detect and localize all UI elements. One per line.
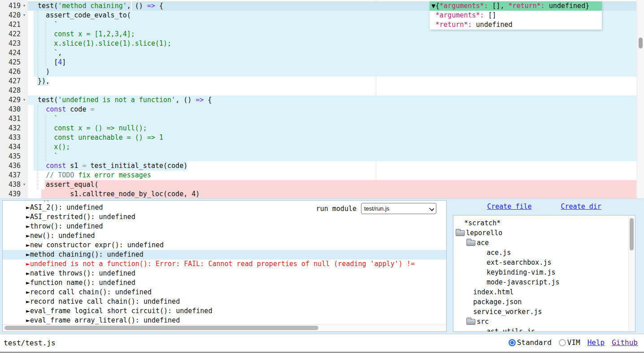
file-tree: *scratch*leporelloaceace.jsext-searchbox… — [453, 218, 635, 332]
tooltip-entry[interactable]: *return*: undefined — [430, 20, 602, 30]
tree-folder[interactable]: leporello — [453, 228, 635, 238]
code-editor[interactable]: test('method chaining', () => { assert_c… — [0, 0, 644, 199]
code-token — [30, 133, 54, 142]
test-result-row[interactable]: ►method chaining(): undefined — [3, 250, 446, 259]
execution-highlight — [34, 114, 636, 124]
line-number: 427 — [0, 77, 28, 86]
tree-item[interactable]: package.json — [453, 297, 635, 307]
logs-hscrollbar-track[interactable] — [3, 324, 446, 331]
files-scrollbar-thumb[interactable] — [630, 218, 634, 250]
radio-vim[interactable] — [559, 339, 566, 346]
help-link[interactable]: Help — [587, 338, 605, 347]
code-line[interactable]: test('undefined is not a function', () =… — [30, 95, 212, 105]
test-result-row[interactable]: ►record call chain(): undefined — [3, 288, 446, 297]
create-file-link[interactable]: Create file — [487, 202, 531, 211]
log-list: ►ASI(): undefined►ASI_2(): undefined►ASI… — [3, 200, 446, 325]
tree-item[interactable]: ace.js — [453, 248, 635, 258]
status-bar-right: Standard VIM Help Github — [509, 338, 638, 347]
tree-item[interactable]: ast_utils.js — [453, 327, 635, 332]
code-line[interactable]: const x = () => null(); — [30, 124, 147, 133]
run-module-label: run module — [316, 203, 357, 214]
code-token: assert_code_evals_to( — [30, 11, 131, 19]
line-number: 425 — [0, 58, 28, 67]
code-line[interactable]: const s1 = test_initial_state(code) — [30, 161, 187, 171]
editor-scrollbar-track[interactable] — [637, 0, 644, 199]
editor-scrollbar-thumb[interactable] — [639, 38, 643, 48]
code-line[interactable]: test('method chaining', () => { — [30, 1, 163, 11]
line-number-gutter[interactable]: 419▾420▾421422423424425426427428429▾4304… — [0, 0, 28, 199]
line-number: 421 — [0, 20, 28, 30]
tooltip-header[interactable]: ▼{*arguments*: [], *return*: undefined} — [430, 1, 602, 11]
code-token: { — [155, 2, 163, 10]
code-line[interactable]: `, — [30, 48, 62, 58]
fold-arrow-icon[interactable]: ▾ — [22, 180, 27, 189]
test-result-row[interactable]: ►new(): undefined — [3, 231, 446, 241]
code-token: const — [46, 105, 66, 113]
code-line[interactable]: x(); — [30, 142, 70, 152]
code-line[interactable]: ` — [30, 114, 58, 124]
file-tree-panel[interactable]: *scratch*leporelloaceace.jsext-searchbox… — [453, 215, 635, 332]
tree-item-label: *scratch* — [464, 218, 500, 228]
test-result-row[interactable]: ►native throws(): undefined — [3, 269, 446, 278]
test-result-row[interactable]: ►new constructor expr(): undefined — [3, 241, 446, 250]
code-line[interactable]: assert_code_evals_to( — [30, 11, 131, 20]
logs-hscrollbar-thumb[interactable] — [4, 326, 318, 330]
test-result-row[interactable]: ►eval_frame logical short circuit(): und… — [3, 306, 446, 316]
code-token — [30, 143, 54, 151]
code-line[interactable]: const code = — [30, 105, 99, 114]
tree-item[interactable]: keybinding-vim.js — [453, 267, 635, 277]
tree-item[interactable]: *scratch* — [453, 218, 635, 228]
tree-item[interactable]: mode-javascript.js — [453, 277, 635, 287]
code-token: test( — [30, 2, 58, 10]
leporello-app: test('method chaining', () => { assert_c… — [0, 0, 644, 353]
code-line[interactable]: s1.calltree_node_by_loc(code, 4) — [30, 189, 200, 199]
code-token: ` — [54, 49, 58, 57]
files-scrollbar-track[interactable] — [628, 215, 635, 331]
fold-arrow-icon[interactable]: ▾ — [22, 1, 27, 11]
code-line[interactable]: }), — [30, 77, 50, 86]
create-dir-link[interactable]: Create dir — [561, 202, 601, 211]
line-number: 439 — [0, 189, 28, 199]
code-line[interactable]: ` — [30, 20, 58, 30]
code-line[interactable]: const unreachable = () => 1 — [30, 133, 163, 142]
radio-standard[interactable] — [509, 339, 516, 346]
code-token: x.slice(1).slice(1).slice(1); — [54, 39, 171, 47]
line-number: 436 — [0, 161, 28, 171]
code-line[interactable]: [4] — [30, 58, 66, 67]
test-result-row[interactable]: ►record native call chain(): undefined — [3, 297, 446, 306]
code-line[interactable]: x.slice(1).slice(1).slice(1); — [30, 39, 171, 48]
code-token: s1 — [66, 162, 82, 170]
code-token — [30, 124, 54, 132]
code-token: [], — [488, 2, 508, 10]
tooltip-rows[interactable]: *arguments*: [] *return*: undefined — [430, 11, 602, 30]
github-link[interactable]: Github — [612, 338, 638, 347]
fold-arrow-icon[interactable]: ▾ — [22, 95, 27, 105]
test-result-row[interactable]: ►throw(): undefined — [3, 222, 446, 231]
value-inspector-tooltip[interactable]: ▼{*arguments*: [], *return*: undefined} … — [430, 1, 602, 30]
code-line[interactable]: assert_equal( — [30, 180, 99, 189]
keybinding-vim-option[interactable]: VIM — [559, 338, 580, 347]
keybinding-standard-option[interactable]: Standard — [509, 338, 552, 347]
code-token: }), — [30, 77, 50, 85]
logs-panel[interactable]: ►ASI(): undefined►ASI_2(): undefined►ASI… — [2, 200, 447, 332]
tree-folder[interactable]: ace — [453, 238, 635, 248]
code-line[interactable]: // TODO fix error messages — [30, 171, 151, 180]
line-number: 434 — [0, 142, 28, 152]
run-module-select[interactable]: test/run.js — [361, 203, 436, 214]
tree-folder[interactable]: src — [453, 317, 635, 327]
test-result-row[interactable]: ►undefined is not a function(): Error: F… — [3, 259, 446, 269]
tree-item-label: keybinding-vim.js — [487, 267, 556, 277]
code-token — [30, 115, 54, 123]
code-line[interactable]: const x = [1,2,3,4]; — [30, 30, 135, 39]
tree-item[interactable]: ext-searchbox.js — [453, 258, 635, 267]
code-line[interactable]: ) — [30, 67, 50, 77]
fold-arrow-icon[interactable]: ▾ — [22, 11, 27, 20]
tree-item[interactable]: service_worker.js — [453, 307, 635, 317]
code-line[interactable]: ` — [30, 152, 58, 161]
tooltip-entry[interactable]: *arguments*: [] — [430, 11, 602, 20]
test-result-row[interactable]: ►function name(): undefined — [3, 278, 446, 288]
code-token: , () — [175, 96, 196, 104]
radio-vim-label: VIM — [567, 338, 580, 347]
tree-item[interactable]: index.html — [453, 287, 635, 297]
test-result-row[interactable]: ►eval_frame array_literal(): undefined — [3, 316, 446, 325]
